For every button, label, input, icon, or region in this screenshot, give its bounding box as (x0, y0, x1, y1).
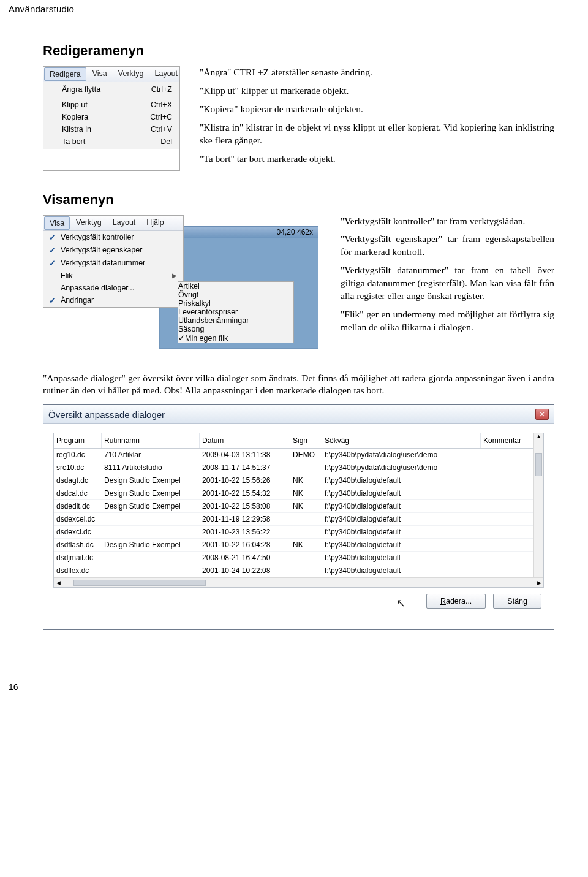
check-icon: ✓ (47, 259, 57, 268)
table-row[interactable]: src10.dc8111 Artikelstudio2008-11-17 14:… (54, 461, 533, 474)
cursor-icon: ↖ (396, 596, 588, 610)
paragraph: "Ta bort" tar bort markerade objekt. (200, 153, 554, 165)
paragraph: "Verktygsfält kontroller" tar fram verkt… (341, 215, 554, 228)
menu-item[interactable]: Klistra inCtrl+V (45, 123, 178, 135)
page-number: 16 (0, 677, 588, 697)
menu-item[interactable]: ✓Verktygsfält datanummer (43, 257, 183, 270)
menu-tab-redigera[interactable]: Redigera (44, 67, 86, 81)
table-row[interactable]: dsdcal.dcDesign Studio Exempel2001-10-22… (54, 487, 533, 500)
check-icon: ✓ (47, 233, 57, 242)
menu-item[interactable]: ✓Ändringar (43, 294, 183, 307)
table-row[interactable]: dsdedit.dcDesign Studio Exempel2001-10-2… (54, 500, 533, 513)
menu-item[interactable]: ✓Verktygsfält egenskaper (43, 244, 183, 257)
menu-tab-hjalp[interactable]: Hjälp (141, 216, 170, 230)
col-header[interactable]: Sign (290, 433, 322, 448)
menu-tab-visa[interactable]: Visa (87, 67, 113, 82)
menu-tab-visa[interactable]: Visa (44, 216, 70, 230)
redigera-menu-screenshot: Redigera Visa Verktyg Layout Ångra flytt… (43, 66, 180, 171)
menu-item[interactable]: Ångra flyttaCtrl+Z (45, 83, 178, 96)
col-header[interactable]: Kommentar (481, 433, 533, 448)
menu-tab-verktyg[interactable]: Verktyg (113, 67, 149, 82)
submenu-item[interactable]: Utlandsbenämningar (178, 316, 293, 325)
paragraph: "Ångra" CTRL+Z återställer senaste ändri… (200, 66, 554, 79)
menu-item[interactable]: Anpassade dialoger... (43, 282, 183, 294)
scrollbar-vertical[interactable]: ▲ (533, 433, 543, 577)
visa-menu-screenshot: Visa Verktyg Layout Hjälp ✓Verktygsfält … (43, 215, 184, 308)
table-row[interactable]: dsdagt.dcDesign Studio Exempel2001-10-22… (54, 474, 533, 487)
submenu-item[interactable]: Leverantörspriser (178, 308, 293, 316)
paragraph: "Flik" ger en undermeny med möjlighet at… (341, 308, 554, 334)
menu-tab-layout[interactable]: Layout (149, 67, 184, 82)
paragraph: "Klipp ut" klipper ut markerade objekt. (200, 85, 554, 97)
menu-separator (47, 97, 176, 97)
close-button[interactable]: ✕ (535, 409, 549, 420)
submenu-item[interactable]: Säsong (178, 325, 293, 333)
dialoger-table: Program Rutinnamn Datum Sign Sökväg Komm… (53, 433, 544, 588)
scrollbar-horizontal[interactable]: ◀▶ (54, 577, 543, 587)
menu-item-flik[interactable]: Flik▶ (43, 270, 183, 282)
menu-item[interactable]: Ta bortDel (45, 135, 178, 148)
menu-item[interactable]: KopieraCtrl+C (45, 111, 178, 123)
paragraph: "Kopiera" kopierar de markerade objekten… (200, 103, 554, 116)
submenu-item[interactable]: Priskalkyl (178, 299, 293, 308)
section-title-redigera: Redigeramenyn (43, 43, 554, 59)
breadcrumb: Användarstudio (0, 0, 588, 18)
col-header[interactable]: Rutinnamn (102, 433, 200, 448)
table-row[interactable]: reg10.dc710 Artiklar2009-04-03 13:11:38D… (54, 449, 533, 461)
check-icon: ✓ (47, 296, 57, 305)
dialog-title: Översikt anpassade dialoger (48, 409, 165, 420)
col-header[interactable]: Sökväg (322, 433, 481, 448)
table-row[interactable]: dsdjmail.dc2008-08-21 16:47:50f:\py340b\… (54, 552, 533, 564)
submenu-item[interactable]: Övrigt (178, 290, 293, 299)
table-row[interactable]: dsdflash.dcDesign Studio Exempel2001-10-… (54, 539, 533, 552)
menu-item[interactable]: Klipp utCtrl+X (45, 99, 178, 111)
check-icon: ✓ (178, 334, 185, 343)
submenu-item[interactable]: Artikel (178, 282, 293, 290)
table-row[interactable]: dsdexcel.dc2001-11-19 12:29:58f:\py340b\… (54, 513, 533, 526)
table-row[interactable]: dsdllex.dc2001-10-24 10:22:08f:\py340b\d… (54, 564, 533, 577)
paragraph: "Anpassade dialoger" ger översikt över v… (43, 372, 554, 398)
table-row[interactable]: dsdexcl.dc2001-10-23 13:56:22f:\py340b\d… (54, 526, 533, 539)
check-icon: ✓ (47, 246, 57, 255)
menu-tab-verktyg[interactable]: Verktyg (70, 216, 107, 230)
menu-item[interactable]: ✓Verktygsfält kontroller (43, 231, 183, 244)
col-header[interactable]: Program (54, 433, 102, 448)
paragraph: "Klistra in" klistrar in de objekt vi ny… (200, 121, 554, 147)
submenu-arrow-icon: ▶ (172, 272, 177, 279)
section-title-visa: Visamenyn (43, 192, 554, 208)
submenu-item[interactable]: ✓Min egen flik (178, 333, 293, 343)
flik-submenu: Artikel Övrigt Priskalkyl Leverantörspri… (178, 281, 294, 343)
paragraph: "Verktygsfält datanummer" tar fram en ta… (341, 264, 554, 303)
col-header[interactable]: Datum (200, 433, 290, 448)
menu-tab-layout[interactable]: Layout (107, 216, 141, 230)
anpassade-dialoger-window: Översikt anpassade dialoger ✕ Program Ru… (43, 404, 554, 630)
paragraph: "Verktygsfält egenskaper" tar fram egens… (341, 233, 554, 259)
